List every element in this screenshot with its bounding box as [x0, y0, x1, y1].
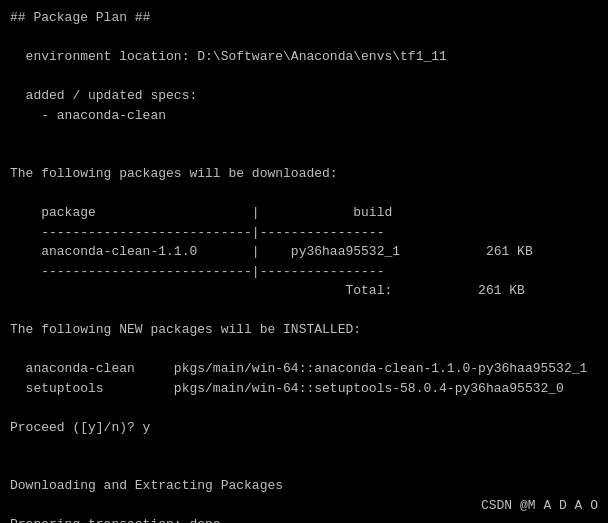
terminal-line: [10, 67, 598, 87]
terminal-line: Preparing transaction: done: [10, 515, 598, 523]
terminal-line: The following packages will be downloade…: [10, 164, 598, 184]
terminal-line: [10, 184, 598, 204]
terminal-line: Proceed ([y]/n)? y: [10, 418, 598, 438]
terminal-line: [10, 437, 598, 457]
terminal-line: setuptools pkgs/main/win-64::setuptools-…: [10, 379, 598, 399]
terminal-line: - anaconda-clean: [10, 106, 598, 126]
terminal-line: [10, 145, 598, 165]
terminal-line: added / updated specs:: [10, 86, 598, 106]
terminal-line: [10, 340, 598, 360]
terminal-line: anaconda-clean-1.1.0 | py36haa95532_1 26…: [10, 242, 598, 262]
terminal-line: [10, 398, 598, 418]
terminal-line: anaconda-clean pkgs/main/win-64::anacond…: [10, 359, 598, 379]
terminal-line: Total: 261 KB: [10, 281, 598, 301]
terminal-line: [10, 125, 598, 145]
terminal-line: package | build: [10, 203, 598, 223]
terminal-line: Downloading and Extracting Packages: [10, 476, 598, 496]
terminal-line: environment location: D:\Software\Anacon…: [10, 47, 598, 67]
terminal-line: ## Package Plan ##: [10, 8, 598, 28]
watermark: CSDN @M A D A O: [481, 498, 598, 513]
terminal-line: ---------------------------|------------…: [10, 223, 598, 243]
terminal-window: ## Package Plan ## environment location:…: [0, 0, 608, 523]
terminal-output: ## Package Plan ## environment location:…: [10, 8, 598, 523]
terminal-line: ---------------------------|------------…: [10, 262, 598, 282]
terminal-line: [10, 301, 598, 321]
terminal-line: The following NEW packages will be INSTA…: [10, 320, 598, 340]
terminal-line: [10, 457, 598, 477]
terminal-line: [10, 28, 598, 48]
